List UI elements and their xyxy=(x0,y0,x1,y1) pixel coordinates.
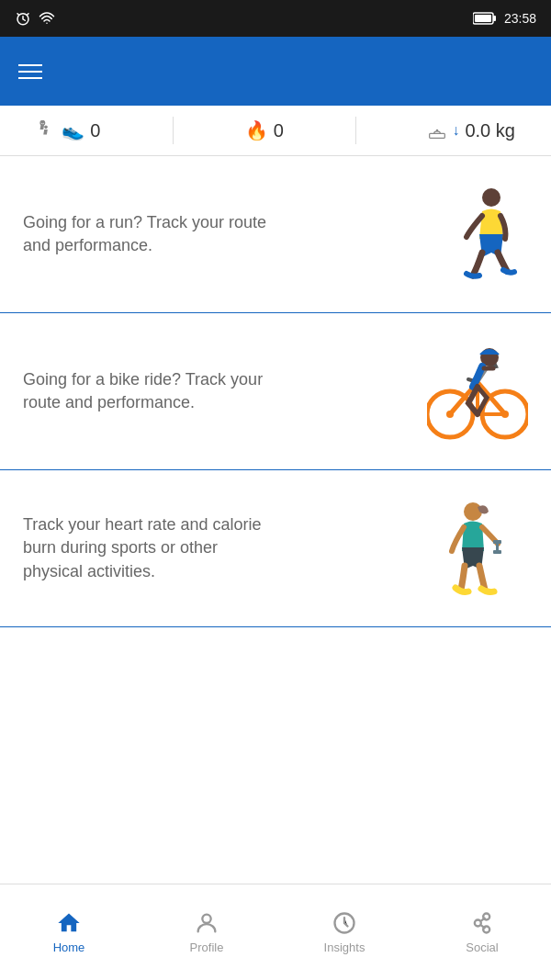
nav-label-social: Social xyxy=(466,941,498,954)
nav-item-insights[interactable]: Insights xyxy=(276,910,413,954)
status-left xyxy=(15,10,55,27)
scale-icon xyxy=(428,121,446,140)
stat-divider-2 xyxy=(355,117,356,144)
steps-icon xyxy=(36,120,56,141)
heartrate-activity-image xyxy=(427,498,528,599)
profile-icon xyxy=(194,910,219,936)
stat-divider-1 xyxy=(173,117,174,144)
time-display: 23:58 xyxy=(504,11,536,26)
run-activity-text: Going for a run? Track your route and pe… xyxy=(23,211,280,257)
weight-value: 0.0 kg xyxy=(465,120,514,141)
wifi-icon xyxy=(39,10,55,27)
svg-rect-3 xyxy=(475,15,491,22)
app-header xyxy=(0,37,551,106)
nav-label-profile: Profile xyxy=(190,941,224,954)
battery-icon xyxy=(473,12,497,25)
home-icon xyxy=(56,910,82,936)
runner-svg xyxy=(432,184,523,285)
heartrate-activity-card[interactable]: Track your heart rate and calorie burn d… xyxy=(0,470,551,627)
cyclist-svg xyxy=(427,341,528,442)
run-activity-card[interactable]: Going for a run? Track your route and pe… xyxy=(0,156,551,313)
run-activity-image xyxy=(427,184,528,285)
weight-stat: ↓ 0.0 kg xyxy=(428,120,514,141)
nav-item-profile[interactable]: Profile xyxy=(138,910,276,954)
svg-rect-6 xyxy=(430,133,445,138)
nav-item-social[interactable]: Social xyxy=(413,910,551,954)
alarm-icon xyxy=(15,10,31,27)
exerciser-svg xyxy=(432,498,523,599)
heartrate-activity-text: Track your heart rate and calorie burn d… xyxy=(23,513,280,583)
nav-label-insights: Insights xyxy=(324,941,365,954)
bike-activity-image xyxy=(427,341,528,442)
insights-icon xyxy=(332,910,357,936)
svg-point-7 xyxy=(436,130,439,132)
bottom-navigation: Home Profile Insights Social xyxy=(0,884,551,980)
calories-stat: 🔥 0 xyxy=(245,119,284,141)
svg-rect-17 xyxy=(493,550,501,554)
svg-rect-4 xyxy=(493,16,496,21)
status-bar: 23:58 xyxy=(0,0,551,37)
weight-arrow: ↓ xyxy=(452,122,459,139)
stats-bar: 👟 0 🔥 0 ↓ 0.0 kg xyxy=(0,106,551,156)
nav-label-home: Home xyxy=(53,941,85,954)
svg-point-1 xyxy=(46,23,48,25)
steps-value: 0 xyxy=(90,120,100,141)
nav-item-home[interactable]: Home xyxy=(0,910,138,954)
svg-point-21 xyxy=(475,920,481,927)
svg-point-8 xyxy=(482,188,500,207)
svg-rect-16 xyxy=(493,540,501,544)
social-icon xyxy=(469,910,495,936)
bike-activity-text: Going for a bike ride? Track your route … xyxy=(23,368,280,414)
main-content: Going for a run? Track your route and pe… xyxy=(0,156,551,884)
hamburger-menu[interactable] xyxy=(18,64,42,79)
calories-value: 0 xyxy=(274,120,284,141)
steps-stat: 👟 0 xyxy=(36,119,100,141)
status-right: 23:58 xyxy=(473,11,536,26)
shoe-unicode: 👟 xyxy=(62,119,84,141)
bike-activity-card[interactable]: Going for a bike ride? Track your route … xyxy=(0,313,551,470)
flame-unicode: 🔥 xyxy=(245,119,268,141)
svg-point-18 xyxy=(202,915,210,923)
